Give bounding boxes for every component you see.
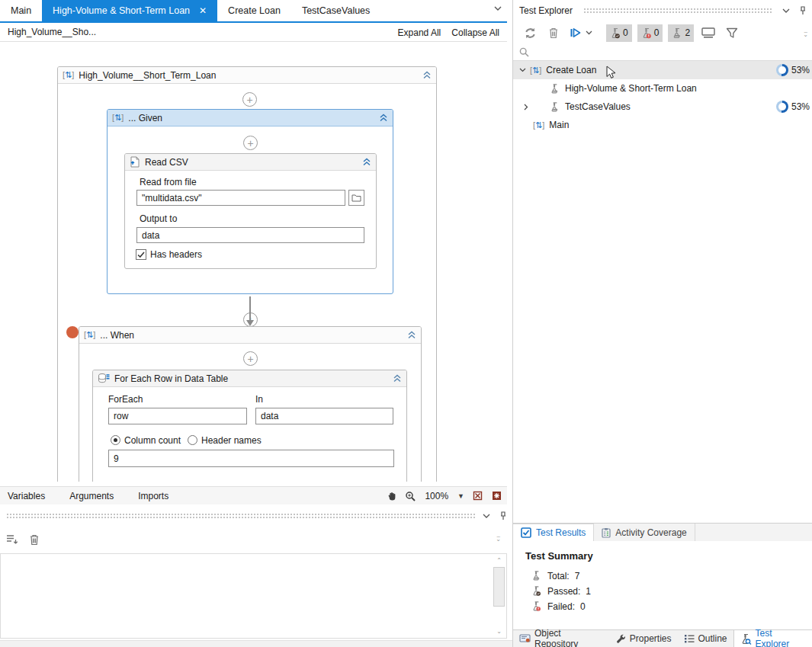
zoom-dropdown-chevron-icon[interactable]: ▼: [457, 492, 464, 500]
sequence-icon: [⇅]: [530, 66, 541, 75]
tree-item-label: High-Volume & Short-Term Loan: [565, 83, 697, 94]
status-strip: [0, 640, 512, 647]
bottom-left-panel: –⌄ ⌃ ⌄: [0, 504, 512, 640]
filter-passed-button[interactable]: 0: [606, 24, 632, 42]
variables-button[interactable]: Variables: [8, 491, 45, 501]
panel-chevron-down-icon[interactable]: [483, 514, 490, 519]
activity-foreach-row[interactable]: For Each Row in Data Table ForEach In ro…: [92, 370, 407, 482]
sequence-title: High_Volume__Short_Term_Loan: [79, 70, 418, 81]
tab-high-volume[interactable]: High-Volume & Short-Term Loan ✕: [42, 0, 217, 21]
sequence-icon: [⇅]: [84, 330, 95, 340]
tab-testcasevalues[interactable]: TestCaseValues: [291, 0, 380, 21]
tab-properties[interactable]: Properties: [610, 630, 678, 647]
tree-row-testcasevalues[interactable]: TestCaseValues 53%: [513, 98, 812, 116]
run-tests-icon[interactable]: [568, 24, 583, 42]
column-count-radio[interactable]: [111, 435, 120, 445]
flask-icon: [550, 83, 560, 94]
panel-drag-texture: [6, 513, 477, 520]
test-explorer-icon: [740, 633, 752, 645]
coverage-percent: 53%: [791, 65, 810, 75]
pin-icon[interactable]: [799, 6, 807, 16]
expand-all-button[interactable]: Expand All: [398, 27, 441, 38]
panel-scroll-hint-icon[interactable]: –⌄: [496, 535, 501, 541]
chevron-right-icon[interactable]: [524, 104, 534, 111]
filter-failed-button[interactable]: 0: [637, 24, 663, 42]
arguments-button[interactable]: Arguments: [69, 491, 114, 501]
has-headers-label: Has headers: [150, 249, 202, 260]
filter-funnel-icon[interactable]: [723, 24, 741, 42]
add-activity-button[interactable]: +: [242, 92, 257, 107]
breadcrumb[interactable]: High_Volume__Sho...: [8, 27, 96, 37]
tab-create-loan[interactable]: Create Loan: [217, 0, 291, 21]
test-results-icon: [521, 527, 531, 538]
trash-icon[interactable]: [29, 533, 40, 546]
filter-all-button[interactable]: 2: [668, 24, 694, 42]
read-from-file-input[interactable]: "multidata.csv": [136, 190, 345, 206]
zoom-magnifier-icon[interactable]: [405, 491, 416, 501]
tab-main[interactable]: Main: [0, 0, 42, 21]
workflow-canvas[interactable]: [⇅] High_Volume__Short_Term_Loan + [⇅] .…: [0, 42, 494, 482]
summary-total-row: Total: 7: [531, 570, 579, 581]
passed-label: Passed:: [547, 586, 580, 597]
collapse-chevron-icon[interactable]: [393, 374, 402, 383]
panel-vertical-scrollbar[interactable]: ⌃ ⌄: [493, 555, 505, 637]
foreach-title: For Each Row in Data Table: [114, 373, 388, 384]
header-names-label: Header names: [201, 435, 262, 446]
output-to-input[interactable]: data: [136, 227, 364, 243]
tab-outline[interactable]: Outline: [678, 630, 733, 647]
foreach-input[interactable]: row: [108, 408, 247, 424]
breakpoint-dot[interactable]: [66, 326, 79, 338]
zoom-reset-icon[interactable]: [491, 490, 502, 501]
tree-row-high-volume[interactable]: High-Volume & Short-Term Loan: [513, 79, 812, 98]
collapse-chevron-icon[interactable]: [379, 114, 388, 122]
pin-icon[interactable]: [499, 511, 507, 521]
tab-test-results[interactable]: Test Results: [513, 524, 594, 541]
run-dropdown-chevron-icon[interactable]: [586, 30, 592, 35]
read-csv-title: Read CSV: [145, 157, 358, 168]
imports-button[interactable]: Imports: [138, 491, 168, 501]
test-search-row[interactable]: [513, 44, 812, 61]
sequence-given[interactable]: [⇅] ... Given + Read CSV: [107, 109, 393, 294]
add-activity-button[interactable]: +: [243, 351, 258, 366]
fit-to-screen-icon[interactable]: [472, 490, 483, 501]
in-input[interactable]: data: [255, 408, 393, 424]
results-tabstrip: Test Results Activity Coverage: [513, 524, 812, 541]
column-count-input[interactable]: 9: [108, 450, 394, 467]
tree-row-create-loan[interactable]: [⇅] Create Loan 53%: [513, 61, 812, 79]
designer-footer: Variables Arguments Imports 100% ▼: [0, 486, 507, 504]
browse-folder-button[interactable]: [348, 190, 364, 206]
has-headers-checkbox[interactable]: [136, 249, 146, 260]
collapse-all-button[interactable]: Collapse All: [451, 27, 499, 38]
close-icon[interactable]: ✕: [199, 5, 207, 16]
sequence-when[interactable]: [⇅] ... When +: [79, 326, 422, 482]
tab-object-repository-label: Object Repository: [534, 628, 604, 647]
delete-icon[interactable]: [544, 24, 563, 42]
tab-main-label: Main: [11, 5, 31, 16]
failed-count: 0: [654, 27, 660, 38]
chevron-down-icon[interactable]: [519, 68, 530, 72]
show-output-panel-icon[interactable]: [699, 24, 717, 42]
bottom-panel-content[interactable]: ⌃ ⌄: [0, 553, 507, 639]
zoom-level[interactable]: 100%: [425, 491, 448, 501]
refresh-icon[interactable]: [521, 24, 539, 42]
tab-test-explorer[interactable]: Test Explorer: [733, 630, 812, 647]
flask-passed-icon: [531, 585, 542, 597]
tab-create-loan-label: Create Loan: [228, 5, 281, 16]
tab-object-repository[interactable]: Object Repository: [513, 630, 610, 647]
panel-chevron-down-icon[interactable]: [782, 8, 790, 14]
tabstrip-chevron-down-icon[interactable]: [494, 6, 502, 11]
collapse-chevron-icon[interactable]: [407, 331, 416, 339]
header-names-radio[interactable]: [188, 435, 197, 445]
test-results-body: Test Summary Total: 7 Passed: 1 Failed: [513, 541, 812, 629]
toolbar-scroll-hint-icon[interactable]: –⌄: [803, 30, 808, 37]
add-activity-button[interactable]: +: [243, 136, 258, 150]
tree-row-main[interactable]: [⇅] Main: [513, 116, 812, 134]
collapse-chevron-icon[interactable]: [422, 71, 432, 79]
collapse-chevron-icon[interactable]: [362, 158, 371, 166]
pan-hand-icon[interactable]: [387, 491, 397, 501]
tab-activity-coverage[interactable]: Activity Coverage: [594, 524, 695, 541]
add-row-icon[interactable]: [6, 533, 18, 546]
tab-properties-label: Properties: [630, 633, 672, 644]
activity-read-csv[interactable]: Read CSV Read from file "multidata.csv" …: [124, 153, 377, 269]
coverage-ring: [776, 101, 788, 113]
